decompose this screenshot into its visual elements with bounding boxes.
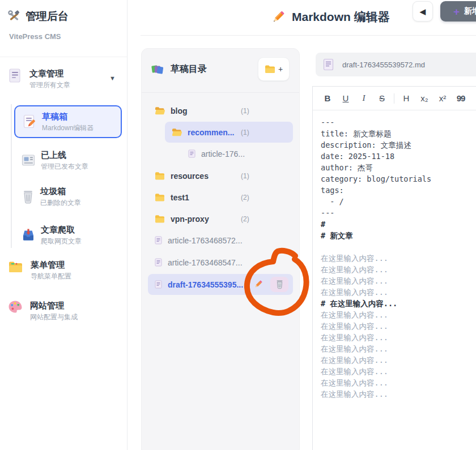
sidebar-item-trash[interactable]: 垃圾箱 已删除的文章 — [14, 182, 122, 211]
item-label: 垃圾箱 — [40, 186, 81, 196]
tree-row-file-article-1763468572[interactable]: article-1763468572... — [148, 230, 293, 251]
item-count: (1) — [241, 128, 249, 136]
sidebar-group-menu[interactable]: 菜单管理 导航菜单配置 — [8, 259, 71, 281]
group-label: 菜单管理 — [31, 259, 71, 270]
item-label: 草稿箱 — [42, 111, 94, 122]
underline-button[interactable]: U — [337, 93, 355, 103]
markdown-editor: B U I S H x₂ x² 99 ---title: 新文章标题descri… — [312, 86, 476, 450]
item-label: 文章爬取 — [41, 224, 82, 235]
tree-row-file-article-1763468547[interactable]: article-1763468547... — [148, 252, 293, 273]
folder-open-icon — [155, 106, 165, 115]
group-label: 网站管理 — [30, 300, 78, 311]
admin-app: 管理后台 VitePress CMS 文章管理 管理所有文章 ▼ — [0, 0, 476, 450]
indent-guide — [11, 104, 12, 248]
hammer-wrench-icon — [8, 10, 20, 23]
tree-row-folder-blog[interactable]: blog (1) — [148, 100, 293, 121]
sidebar-group-site[interactable]: 网站管理 网站配置与集成 — [8, 300, 78, 322]
group-desc: 网站配置与集成 — [30, 312, 78, 322]
group-desc: 导航菜单配置 — [31, 272, 71, 281]
editor-toolbar: B U I S H x₂ x² 99 — [313, 87, 476, 110]
page-header: Markdown 编辑器 ◀ + 新增 打开草稿 — [128, 0, 476, 36]
item-desc: 已删除的文章 — [40, 198, 81, 208]
superscript-button[interactable]: x² — [434, 93, 452, 103]
sidebar-group-articles[interactable]: 文章管理 管理所有文章 — [8, 68, 70, 90]
italic-button[interactable]: I — [355, 93, 373, 103]
pencil-icon — [271, 10, 286, 24]
open-file-name: draft-1763455539572.md — [342, 61, 425, 69]
item-count: (1) — [241, 107, 249, 115]
blockquote-button[interactable]: 99 — [452, 93, 470, 103]
folder-icon — [155, 193, 165, 202]
open-file-bar: draft-1763455539572.md — [316, 53, 476, 76]
item-count: (1) — [241, 172, 249, 180]
sidebar-item-drafts[interactable]: 草稿箱 Markdown编辑器 — [14, 105, 122, 138]
collapse-panel-button[interactable]: ◀ — [413, 1, 433, 22]
newspaper-icon — [22, 154, 35, 166]
tree-row-file-draft-selected[interactable]: draft-17634555395... — [148, 274, 293, 295]
file-icon — [323, 58, 334, 71]
editor-lines[interactable]: ---title: 新文章标题description: 文章描述date: 20… — [321, 117, 476, 400]
tree-title-text: 草稿目录 — [171, 63, 207, 75]
books-icon — [151, 64, 164, 75]
memo-pencil-icon — [23, 114, 36, 129]
app-subtitle: VitePress CMS — [9, 32, 61, 41]
plus-icon: + — [453, 6, 460, 17]
sidebar-item-scrape[interactable]: 文章爬取 爬取网页文章 — [14, 221, 122, 249]
bold-button[interactable]: B — [318, 93, 337, 103]
chevron-down-icon[interactable]: ▼ — [109, 75, 116, 82]
header-divider — [141, 35, 476, 36]
heading-button[interactable]: H — [397, 93, 415, 103]
add-draft-button[interactable]: + 新增 — [440, 1, 476, 22]
card-folder-icon — [8, 259, 23, 273]
item-count: (2) — [241, 215, 249, 223]
sidebar-divider — [0, 57, 127, 57]
tree-row-folder-resources[interactable]: resources (1) — [148, 165, 293, 186]
delete-trash-button[interactable] — [270, 277, 288, 292]
group-label: 文章管理 — [29, 68, 70, 79]
edit-pencil-icon[interactable] — [253, 279, 264, 289]
folder-open-icon — [172, 128, 182, 136]
folder-icon — [155, 215, 165, 223]
tree-row-folder-vpn-proxy[interactable]: vpn-proxy (2) — [148, 208, 293, 229]
draft-tree-panel: 草稿目录 + blog (1) recommen... — [141, 48, 300, 450]
sidebar-item-published[interactable]: 已上线 管理已发布文章 — [14, 146, 122, 174]
item-label: 已上线 — [41, 149, 88, 160]
item-desc: Markdown编辑器 — [42, 123, 94, 133]
tree-row-folder-test1[interactable]: test1 (2) — [148, 187, 293, 208]
app-title: 管理后台 — [26, 9, 69, 24]
file-icon — [188, 149, 196, 158]
palette-icon — [8, 300, 23, 314]
triangle-left-icon: ◀ — [420, 7, 426, 16]
tree-header-divider — [142, 92, 299, 93]
file-icon — [155, 236, 162, 245]
item-desc: 管理已发布文章 — [41, 162, 88, 172]
wastebasket-icon — [22, 190, 35, 204]
item-desc: 爬取网页文章 — [41, 237, 82, 246]
group-desc: 管理所有文章 — [29, 80, 70, 90]
folder-icon — [265, 65, 275, 74]
inbox-tray-icon — [22, 228, 35, 242]
document-icon — [8, 68, 22, 83]
toolbar-divider — [394, 93, 394, 104]
folder-icon — [155, 172, 165, 180]
page-title-text: Markdown 编辑器 — [292, 9, 390, 25]
page-title: Markdown 编辑器 — [271, 9, 390, 25]
tree-row-folder-recommended[interactable]: recommen... (1) — [165, 122, 293, 143]
new-folder-button[interactable]: + — [258, 57, 290, 81]
strikethrough-button[interactable]: S — [373, 93, 391, 103]
subscript-button[interactable]: x₂ — [415, 93, 434, 103]
app-title-row: 管理后台 — [8, 9, 69, 24]
plus-label: + — [278, 65, 283, 74]
item-count: (2) — [241, 194, 249, 202]
sidebar: 管理后台 VitePress CMS 文章管理 管理所有文章 ▼ — [0, 0, 128, 450]
tree-row-file-article-176[interactable]: article-176... — [148, 143, 293, 164]
file-icon — [155, 258, 162, 267]
file-icon — [155, 280, 162, 289]
tree-panel-title: 草稿目录 — [151, 63, 207, 75]
